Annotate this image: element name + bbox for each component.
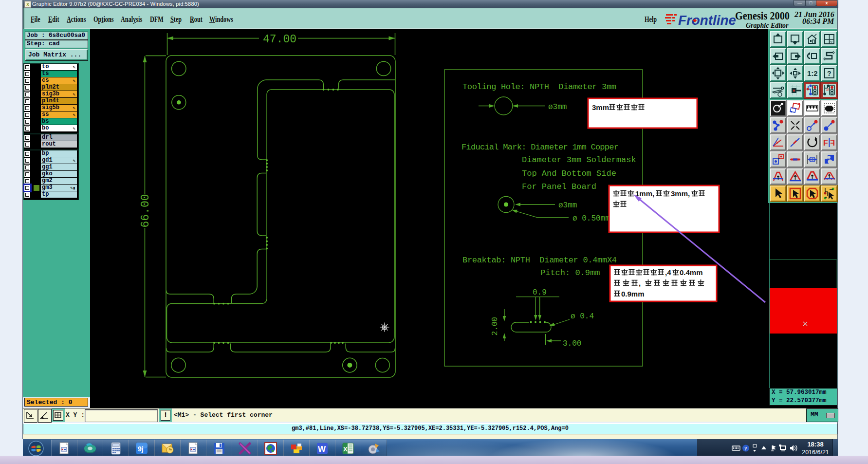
svg-text:G: G [811,158,813,161]
svg-text:?: ? [744,445,747,451]
svg-text:,: , [639,279,641,287]
svg-text:For Panel Board: For Panel Board [522,182,596,191]
svg-text:Breaktab: NPTH Diameter 0.4mm: Breaktab: NPTH Diameter 0.4mmX4 [462,256,617,265]
svg-text:xy: xy [830,40,832,43]
svg-text:2.00: 2.00 [491,317,499,335]
svg-text:F: F [830,139,835,147]
svg-text:9j: 9j [138,445,144,453]
svg-text:66.00: 66.00 [139,194,152,227]
svg-text:ø 0.4: ø 0.4 [571,312,594,321]
svg-text:0.4mm: 0.4mm [680,268,703,277]
svg-text:0.9mm: 0.9mm [621,290,645,298]
svg-text:Pitch: 0.9mm: Pitch: 0.9mm [540,268,600,278]
svg-text:Top And Bottom Side: Top And Bottom Side [522,169,616,178]
svg-text:3.00: 3.00 [563,339,581,348]
svg-text:W: W [318,445,326,454]
svg-text:3mm,: 3mm, [671,189,690,198]
svg-text:ø3mm: ø3mm [558,201,577,210]
svg-text:,4: ,4 [665,268,671,277]
svg-text:3mm: 3mm [592,103,609,111]
svg-text:Frontline: Frontline [678,13,736,28]
svg-text:ø3mm: ø3mm [548,103,567,111]
svg-text:1:2: 1:2 [807,69,818,77]
svg-text:F: F [823,139,828,147]
svg-text:?: ? [827,70,831,77]
svg-text:X: X [343,445,348,453]
svg-text:0.9: 0.9 [533,288,547,297]
svg-text:Diameter 3mm Soldermask: Diameter 3mm Soldermask [522,155,636,165]
svg-text:47.00: 47.00 [263,33,296,46]
svg-text:ø 0.50mm: ø 0.50mm [573,214,610,223]
svg-text:1mm,: 1mm, [635,189,654,198]
svg-text:Tooling Hole: NPTH Diameter 3: Tooling Hole: NPTH Diameter 3mm [462,82,616,92]
svg-text:Fiducial Mark: Diameter 1mm Co: Fiducial Mark: Diameter 1mm Copper [462,143,619,152]
